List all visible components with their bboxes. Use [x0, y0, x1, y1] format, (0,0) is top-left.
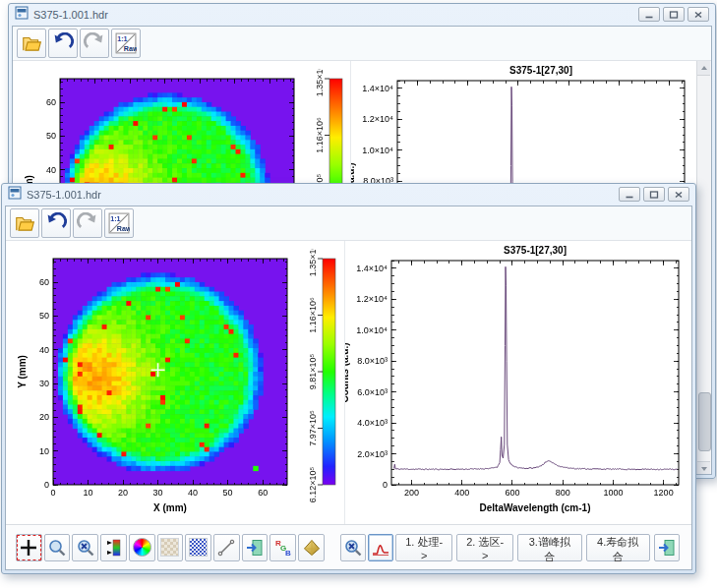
svg-text:60: 60: [258, 488, 268, 498]
open-file-button[interactable]: [10, 208, 39, 238]
svg-text:1.4×10⁴: 1.4×10⁴: [356, 264, 388, 273]
svg-text:9.81×10⁵: 9.81×10⁵: [308, 353, 318, 389]
raw-scale-button[interactable]: 1:1Raw: [104, 208, 134, 238]
step-2-region-button[interactable]: 2. 选区->: [456, 534, 513, 561]
maximize-button[interactable]: [643, 187, 665, 202]
undo-icon: [52, 32, 74, 54]
arrow-down-icon: [701, 467, 707, 471]
window-front[interactable]: S375-1.001.hdr 1:1Raw: [1, 183, 696, 574]
color-scale-icon: [104, 538, 124, 558]
spectrum-plot[interactable]: 2004006008001000120002.0×10³4.0×10³6.0×1…: [345, 241, 691, 527]
svg-text:2.0×10³: 2.0×10³: [357, 449, 388, 459]
rgb-icon: RGB: [273, 538, 293, 558]
app-icon: [15, 6, 29, 24]
raw-scale-icon: 1:1Raw: [108, 212, 130, 234]
svg-text:20: 20: [118, 488, 128, 498]
svg-text:6.12×10⁵: 6.12×10⁵: [308, 466, 318, 502]
svg-text:50: 50: [223, 488, 233, 498]
color-wheel-icon: [133, 538, 151, 557]
svg-text:60: 60: [39, 277, 49, 287]
svg-text:8.0×10³: 8.0×10³: [357, 356, 388, 366]
scroll-up-button[interactable]: [697, 61, 710, 76]
svg-text:1.2×10⁴: 1.2×10⁴: [356, 294, 388, 304]
svg-text:6.0×10³: 6.0×10³: [357, 387, 388, 397]
line-profile-icon: [216, 538, 236, 558]
undo-icon: [45, 212, 67, 234]
zoom-in-button[interactable]: [44, 534, 71, 561]
svg-text:60: 60: [46, 97, 56, 107]
svg-text:30: 30: [153, 488, 163, 498]
checker-blue-icon: [189, 538, 208, 557]
svg-text:1200: 1200: [654, 488, 674, 498]
svg-text:7.97×10⁵: 7.97×10⁵: [308, 410, 318, 446]
app-icon: [8, 186, 22, 204]
close-button[interactable]: [668, 187, 689, 202]
svg-text:Raw: Raw: [117, 225, 130, 233]
undo-button[interactable]: [48, 29, 78, 58]
maximize-button[interactable]: [663, 7, 685, 22]
rgb-channels-button[interactable]: RGB: [269, 534, 296, 561]
top-toolbar: 1:1Raw: [6, 206, 691, 241]
window-title: S375-1.001.hdr: [33, 9, 633, 21]
arrow-up-icon: [701, 66, 707, 70]
svg-text:1000: 1000: [603, 488, 623, 498]
titlebar[interactable]: S375-1.001.hdr: [2, 184, 695, 205]
top-toolbar: 1:1Raw: [13, 27, 711, 61]
line-profile-button[interactable]: [213, 534, 240, 561]
titlebar[interactable]: S375-1.001.hdr: [9, 4, 715, 25]
open-folder-icon: [21, 32, 42, 54]
redo-button[interactable]: [73, 208, 102, 238]
pattern-blue-button[interactable]: [185, 534, 211, 561]
undo-button[interactable]: [41, 208, 71, 238]
svg-text:10: 10: [39, 446, 49, 456]
svg-text:1.35×10⁶: 1.35×10⁶: [308, 249, 318, 276]
svg-text:S375-1[27,30]: S375-1[27,30]: [509, 65, 572, 76]
svg-text:1.35×10⁶: 1.35×10⁶: [315, 69, 325, 96]
svg-text:40: 40: [46, 165, 56, 175]
svg-text:X (mm): X (mm): [153, 502, 187, 513]
svg-text:S375-1[27,30]: S375-1[27,30]: [504, 245, 567, 256]
svg-text:40: 40: [39, 345, 49, 355]
svg-text:200: 200: [404, 488, 419, 498]
heatmap-image[interactable]: [53, 259, 287, 485]
crosshair-select-button[interactable]: [16, 534, 42, 561]
svg-text:Y (mm): Y (mm): [17, 355, 28, 388]
scroll-down-button[interactable]: [697, 461, 710, 475]
vertical-scrollbar[interactable]: [696, 61, 711, 475]
svg-text:40: 40: [188, 488, 198, 498]
magnifier-x-icon: [343, 538, 363, 558]
svg-text:Counts (a.u.): Counts (a.u.): [345, 342, 350, 402]
svg-text:0: 0: [50, 488, 55, 498]
open-folder-icon: [14, 212, 35, 234]
svg-text:50: 50: [39, 311, 49, 321]
scrollbar-thumb[interactable]: [698, 392, 711, 451]
spectrum-panel: 2004006008001000120002.0×10³4.0×10³6.0×1…: [344, 241, 691, 527]
surface-3d-button[interactable]: [298, 534, 325, 561]
peak-curve-icon: [371, 538, 390, 558]
export-data-button[interactable]: [242, 534, 269, 561]
export-data-button[interactable]: [654, 534, 680, 561]
step-4-lifetime-fit-button[interactable]: 4.寿命拟合: [586, 534, 650, 561]
step-1-process-button[interactable]: 1. 处理->: [395, 534, 452, 561]
minimize-button[interactable]: [619, 187, 640, 202]
raw-scale-icon: 1:1Raw: [115, 32, 137, 54]
color-scale-button[interactable]: [100, 534, 127, 561]
peak-fit-button[interactable]: [368, 534, 393, 561]
svg-text:0: 0: [44, 480, 49, 490]
raw-scale-button[interactable]: 1:1Raw: [111, 29, 141, 58]
zoom-reset-button[interactable]: [72, 534, 98, 561]
redo-button[interactable]: [80, 29, 109, 58]
svg-text:400: 400: [454, 488, 469, 498]
magnifier-icon: [47, 538, 67, 558]
step-3-peak-fit-button[interactable]: 3.谱峰拟合: [517, 534, 581, 561]
checker-light-icon: [160, 538, 179, 557]
redo-icon: [84, 32, 105, 54]
pattern-light-button[interactable]: [157, 534, 184, 561]
minimize-button[interactable]: [638, 7, 660, 22]
zoom-reset-button[interactable]: [340, 534, 366, 561]
close-button[interactable]: [687, 7, 709, 22]
svg-text:1.16×10⁶: 1.16×10⁶: [315, 117, 325, 153]
open-file-button[interactable]: [17, 29, 46, 58]
color-wheel-button[interactable]: [129, 534, 155, 561]
svg-text:30: 30: [39, 379, 49, 388]
